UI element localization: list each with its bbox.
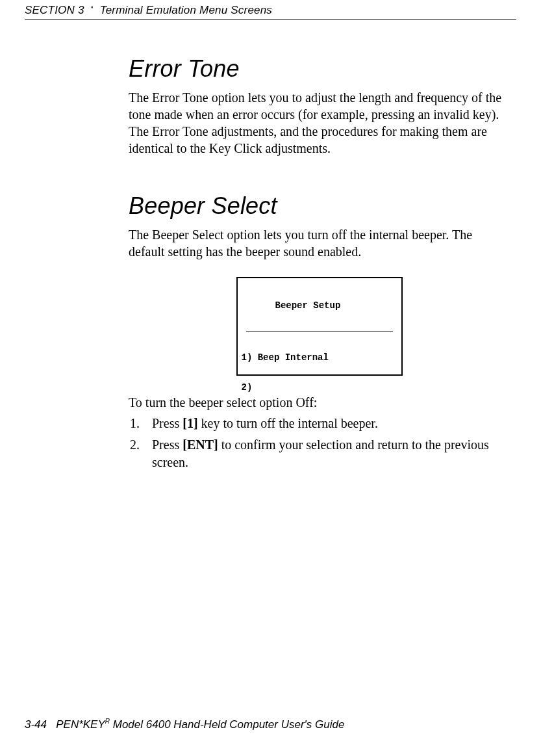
header-title: Terminal Emulation Menu Screens	[100, 4, 272, 17]
step-1-post: key to turn off the internal beeper.	[198, 416, 378, 430]
page: SECTION 3 " Terminal Emulation Menu Scre…	[0, 0, 541, 756]
page-footer: 3-44 PEN*KEYR Model 6400 Hand-Held Compu…	[25, 718, 516, 731]
terminal-screen-wrap: Beeper Setup 1) Beep Internal 2)	[129, 277, 510, 376]
keycap-ent: [ENT]	[182, 437, 218, 452]
step-2-pre: Press	[152, 437, 182, 452]
footer-brand-pre: PEN*KEY	[56, 718, 105, 731]
screen-line-2: 2)	[242, 383, 397, 393]
paragraph-error-tone: The Error Tone option lets you to adjust…	[129, 89, 510, 157]
instructions-list: Press [1] key to turn off the internal b…	[129, 415, 510, 471]
heading-error-tone: Error Tone	[129, 55, 510, 83]
screen-title-underline	[246, 332, 393, 332]
content-area: Error Tone The Error Tone option lets yo…	[129, 55, 510, 471]
keycap-1: [1]	[182, 416, 197, 430]
heading-beeper-select: Beeper Select	[129, 192, 510, 220]
step-2: Press [ENT] to confirm your selection an…	[143, 436, 510, 471]
step-1: Press [1] key to turn off the internal b…	[143, 415, 510, 432]
screen-line-1: 1) Beep Internal	[242, 353, 397, 363]
footer-page-number: 3-44	[25, 718, 47, 731]
paragraph-beeper-select: The Beeper Select option lets you turn o…	[129, 226, 510, 260]
step-1-pre: Press	[152, 416, 182, 430]
page-header: SECTION 3 " Terminal Emulation Menu Scre…	[25, 0, 516, 17]
header-rule	[25, 19, 516, 20]
screen-title: Beeper Setup	[242, 301, 397, 311]
footer-brand-sup: R	[105, 718, 110, 725]
header-separator: "	[91, 5, 94, 13]
footer-brand-post: Model 6400 Hand-Held Computer User's Gui…	[110, 718, 344, 731]
terminal-screen: Beeper Setup 1) Beep Internal 2)	[236, 277, 403, 376]
header-section: SECTION 3	[25, 4, 84, 17]
